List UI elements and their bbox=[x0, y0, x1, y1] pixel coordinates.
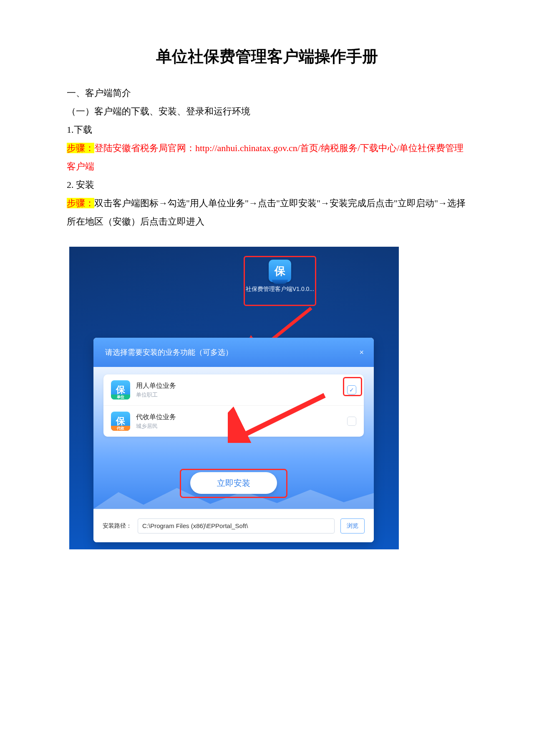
install-path-label: 安装路径： bbox=[103, 522, 132, 530]
option-icon-employer: 保 单位 bbox=[111, 380, 130, 399]
install-heading: 2. 安装 bbox=[67, 176, 467, 194]
option-icon-band: 单位 bbox=[111, 394, 130, 399]
option-subtitle: 单位职工 bbox=[136, 391, 176, 399]
option-checkbox-agency[interactable] bbox=[347, 417, 356, 426]
annotation-checkbox-highlight bbox=[343, 377, 362, 396]
app-icon-label: 社保费管理客户端V1.0.0... bbox=[245, 286, 315, 293]
browse-button[interactable]: 浏览 bbox=[340, 518, 365, 533]
installer-screenshot: 保 社保费管理客户端V1.0.0... 请选择需要安装的业务功能（可多选） × bbox=[69, 247, 399, 549]
app-icon-glyph: 保 bbox=[275, 264, 285, 278]
option-title: 代收单位业务 bbox=[136, 413, 176, 422]
option-text: 用人单位业务 单位职工 bbox=[136, 382, 176, 399]
close-icon[interactable]: × bbox=[359, 348, 364, 357]
option-icon-band: 代收 bbox=[111, 426, 130, 431]
annotation-arrow-icon bbox=[228, 393, 328, 443]
install-text: 双击客户端图标→勾选"用人单位业务"→点击"立即安装"→安装完成后点击"立即启动… bbox=[67, 198, 466, 227]
app-icon[interactable]: 保 bbox=[269, 260, 291, 282]
installer-title: 请选择需要安装的业务功能（可多选） bbox=[105, 347, 233, 357]
install-step: 步骤：双击客户端图标→勾选"用人单位业务"→点击"立即安装"→安装完成后点击"立… bbox=[67, 194, 467, 231]
option-icon-agency: 保 代收 bbox=[111, 412, 130, 431]
option-title: 用人单位业务 bbox=[136, 382, 176, 390]
desktop-icon-highlight: 保 社保费管理客户端V1.0.0... bbox=[244, 256, 316, 306]
download-text: 登陆安徽省税务局官网：http://anhui.chinatax.gov.cn/… bbox=[67, 143, 463, 172]
installer-header: 请选择需要安装的业务功能（可多选） × bbox=[93, 338, 374, 367]
option-text: 代收单位业务 城乡居民 bbox=[136, 413, 176, 430]
download-step: 步骤：登陆安徽省税务局官网：http://anhui.chinatax.gov.… bbox=[67, 139, 467, 176]
document-title: 单位社保费管理客户端操作手册 bbox=[67, 46, 467, 67]
install-path-input[interactable] bbox=[138, 518, 335, 533]
option-subtitle: 城乡居民 bbox=[136, 422, 176, 430]
step-label: 步骤： bbox=[67, 143, 94, 153]
installer-footer: 安装路径： 浏览 bbox=[93, 509, 374, 542]
download-heading: 1.下载 bbox=[67, 121, 467, 139]
annotation-install-highlight bbox=[180, 469, 287, 498]
svg-line-1 bbox=[238, 395, 325, 438]
section-1-1-heading: （一）客户端的下载、安装、登录和运行环境 bbox=[67, 102, 467, 121]
install-step-label: 步骤： bbox=[67, 198, 94, 208]
section-1-heading: 一、客户端简介 bbox=[67, 84, 467, 102]
